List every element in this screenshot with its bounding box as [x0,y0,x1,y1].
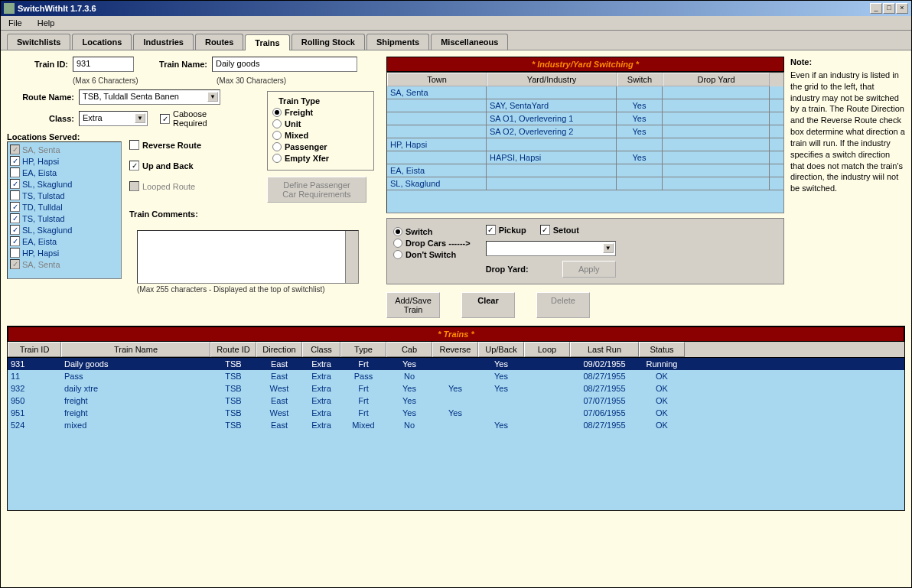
setout-label: Setout [553,226,579,235]
dont-switch-radio[interactable] [393,250,402,259]
tab-locations[interactable]: Locations [72,34,132,50]
trains-col-header[interactable]: Type [340,342,386,357]
train-id-hint: (Max 6 Characters) [73,76,146,85]
switching-row[interactable]: SA O2, Overlevering 2Yes [387,125,783,138]
tab-switchlists[interactable]: Switchlists [7,34,70,50]
trains-col-header[interactable]: Reverse [432,342,478,357]
trains-col-header[interactable]: Cab [386,342,432,357]
tab-industries[interactable]: Industries [133,34,194,50]
train-type-label: Mixed [285,131,308,140]
trains-grid[interactable]: Train IDTrain NameRoute IDDirectionClass… [8,342,904,510]
switching-row[interactable]: EA, Eista [387,164,783,177]
reverse-route-checkbox[interactable] [129,140,139,150]
location-checkbox[interactable]: ✓ [10,156,20,166]
drop-yard-label: Drop Yard: [486,265,529,274]
trains-col-header[interactable]: Route ID [210,342,256,357]
switching-row[interactable]: SA O1, Overlevering 1Yes [387,112,783,125]
tab-routes[interactable]: Routes [195,34,243,50]
trains-col-header[interactable]: Direction [256,342,302,357]
train-comments-textarea[interactable] [137,230,359,284]
setout-checkbox[interactable]: ✓ [540,225,550,235]
trains-row[interactable]: 11PassTSBEastExtraPassNoYes08/27/1955OK [8,370,904,382]
switching-col-header[interactable]: Switch [617,73,663,86]
locations-list[interactable]: ✓SA, Senta✓HP, HapsiEA, Eista✓SL, Skaglu… [7,141,122,279]
train-type-radio-passenger[interactable] [272,142,282,151]
trains-col-header[interactable]: Train Name [61,342,210,357]
location-checkbox[interactable]: ✓ [10,213,20,223]
switching-row[interactable]: HP, Hapsi [387,138,783,151]
location-item[interactable]: ✓TD, Tulldal [9,201,119,213]
location-checkbox[interactable]: ✓ [10,179,20,189]
location-item[interactable]: ✓SL, Skaglund [9,224,119,236]
close-button[interactable]: × [896,3,908,14]
location-checkbox[interactable] [10,248,20,258]
tab-rolling-stock[interactable]: Rolling Stock [292,34,365,50]
caboose-checkbox[interactable]: ✓ [160,114,170,124]
trains-row[interactable]: 950freightTSBEastExtraFrtYes07/07/1955OK [8,395,904,407]
location-checkbox[interactable]: ✓ [10,202,20,212]
trains-row[interactable]: 951freightTSBWestExtraFrtYesYes07/06/195… [8,407,904,419]
trains-col-header[interactable]: Class [302,342,340,357]
minimize-button[interactable]: _ [870,3,882,14]
menu-file[interactable]: File [5,18,25,28]
switching-row[interactable]: HAPSI, HapsiYes [387,151,783,164]
switch-options-panel: Switch Drop Cars ------> Don't Switch ✓P… [386,218,784,284]
location-checkbox[interactable]: ✓ [10,225,20,235]
switch-radio[interactable] [393,227,402,236]
switching-col-header[interactable]: Yard/Industry [487,73,617,86]
switching-grid[interactable]: TownYard/IndustrySwitchDrop Yard SA, Sen… [386,72,784,213]
drop-cars-radio[interactable] [393,239,402,248]
pickup-checkbox[interactable]: ✓ [486,225,496,235]
trains-col-header[interactable]: Status [639,342,685,357]
switching-col-header[interactable]: Drop Yard [663,73,770,86]
train-type-radio-unit[interactable] [272,119,282,128]
app-icon [4,3,15,14]
drop-yard-dropdown[interactable] [486,241,616,256]
location-checkbox[interactable]: ✓ [10,236,20,246]
delete-button: Delete [536,292,590,318]
location-checkbox[interactable] [10,167,20,177]
location-item[interactable]: HP, Hapsi [9,247,119,258]
tab-trains[interactable]: Trains [245,34,289,50]
trains-row[interactable]: 932daily xtreTSBWestExtraFrtYesYesYes08/… [8,382,904,395]
menu-help[interactable]: Help [34,18,58,28]
pickup-label: Pickup [499,226,526,235]
clear-button[interactable]: Clear [461,292,515,318]
location-item: ✓SA, Senta [9,258,119,270]
location-item[interactable]: EA, Eista [9,167,119,178]
location-item[interactable]: ✓HP, Hapsi [9,155,119,167]
train-type-radio-freight[interactable] [272,108,282,117]
location-item[interactable]: TS, Tulstad [9,190,119,201]
location-item[interactable]: ✓SL, Skaglund [9,178,119,190]
maximize-button[interactable]: □ [883,3,895,14]
drop-cars-label: Drop Cars ------> [406,239,471,248]
trains-col-header[interactable]: Up/Back [478,342,524,357]
route-dropdown[interactable]: TSB, Tuldall Senta Banen [79,89,220,105]
tab-shipments[interactable]: Shipments [366,34,429,50]
location-label: SL, Skaglund [22,180,72,189]
location-item[interactable]: ✓TS, Tulstad [9,213,119,224]
train-name-input[interactable]: Daily goods [212,57,357,72]
switching-row[interactable]: SA, Senta [387,86,783,99]
up-and-back-checkbox[interactable]: ✓ [129,161,139,171]
switching-row[interactable]: SL, Skaglund [387,177,783,190]
trains-section: * Trains * Train IDTrain NameRoute IDDir… [7,326,905,511]
train-type-radio-mixed[interactable] [272,131,282,140]
location-item[interactable]: ✓EA, Eista [9,236,119,247]
add-save-button[interactable]: Add/Save Train [386,292,440,318]
trains-row[interactable]: 524mixedTSBEastExtraMixedNoYes08/27/1955… [8,419,904,431]
switching-col-header[interactable]: Town [387,73,487,86]
trains-col-header[interactable]: Last Run [570,342,639,357]
tab-miscellaneous[interactable]: Miscellaneous [431,34,508,50]
class-label: Class: [7,114,74,123]
note-text: Even if an industry is listed in the gri… [790,70,905,194]
switching-row[interactable]: SAY, SentaYardYes [387,99,783,112]
caboose-label: Caboose Required [173,109,219,128]
trains-col-header[interactable]: Loop [524,342,570,357]
trains-col-header[interactable]: Train ID [8,342,61,357]
trains-row[interactable]: 931Daily goodsTSBEastExtraFrtYesYes09/02… [8,358,904,370]
train-id-input[interactable]: 931 [73,57,134,72]
location-checkbox[interactable] [10,190,20,200]
train-type-radio-empty xfer[interactable] [272,154,282,163]
class-dropdown[interactable]: Extra [79,111,148,126]
